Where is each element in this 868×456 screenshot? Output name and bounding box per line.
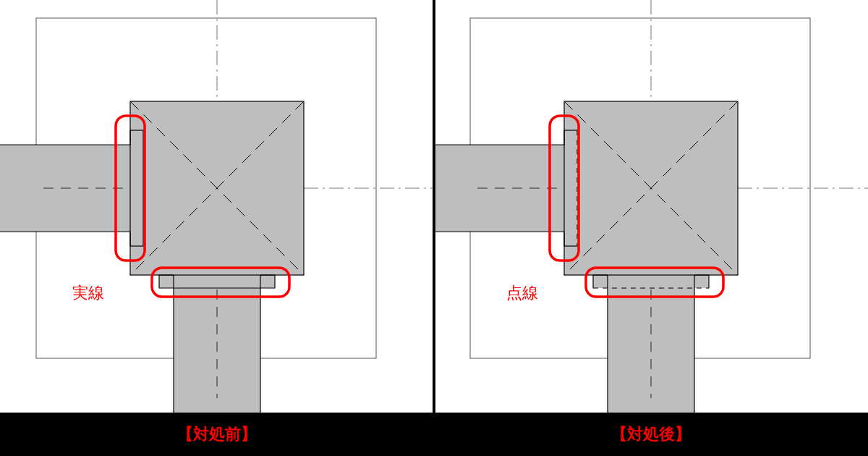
svg-rect-38 — [593, 275, 709, 288]
caption-band-before: 【対処前】 — [0, 413, 434, 456]
panel-before: 実線 【対処前】 — [0, 0, 434, 456]
annotation-before: 実線 — [72, 282, 104, 304]
svg-rect-8 — [130, 130, 143, 246]
svg-rect-37 — [564, 130, 577, 246]
caption-before: 【対処前】 — [177, 423, 257, 445]
diagram-after — [434, 0, 868, 413]
canvas-after: 点線 — [434, 0, 868, 413]
svg-rect-9 — [159, 275, 275, 288]
caption-after: 【対処後】 — [611, 423, 691, 445]
panel-after: 点線 【対処後】 — [434, 0, 868, 456]
annotation-after: 点線 — [506, 282, 538, 304]
diagram-before — [0, 0, 434, 413]
panel-divider — [433, 0, 435, 456]
canvas-before: 実線 — [0, 0, 434, 413]
caption-band-after: 【対処後】 — [434, 413, 868, 456]
